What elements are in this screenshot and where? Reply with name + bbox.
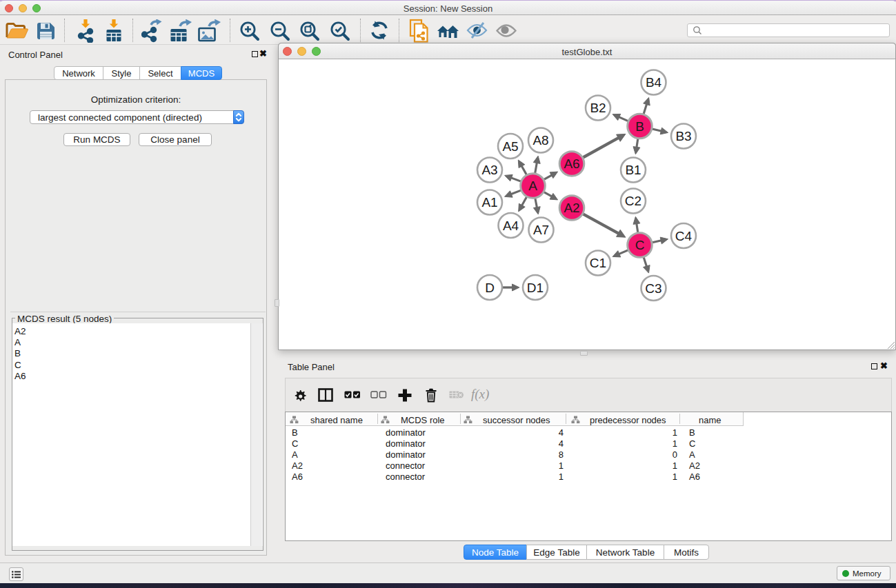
svg-text:D: D — [485, 281, 495, 295]
svg-text:B4: B4 — [646, 75, 662, 90]
svg-text:B1: B1 — [625, 163, 641, 177]
svg-text:C3: C3 — [645, 281, 661, 296]
svg-text:A6: A6 — [564, 156, 579, 171]
svg-text:B: B — [635, 119, 644, 134]
svg-text:C4: C4 — [675, 229, 693, 243]
svg-text:B2: B2 — [590, 101, 606, 115]
svg-text:C: C — [635, 238, 645, 252]
svg-text:A3: A3 — [481, 163, 497, 177]
svg-text:A: A — [528, 179, 537, 193]
svg-text:C1: C1 — [590, 256, 606, 270]
svg-text:A1: A1 — [481, 195, 497, 210]
svg-text:A4: A4 — [503, 219, 519, 233]
svg-text:B3: B3 — [675, 129, 691, 143]
svg-text:D1: D1 — [527, 281, 544, 295]
svg-text:A7: A7 — [533, 223, 549, 237]
svg-text:A2: A2 — [564, 201, 579, 215]
svg-text:A5: A5 — [502, 139, 518, 154]
svg-text:A8: A8 — [532, 133, 548, 148]
svg-text:C2: C2 — [625, 194, 641, 208]
